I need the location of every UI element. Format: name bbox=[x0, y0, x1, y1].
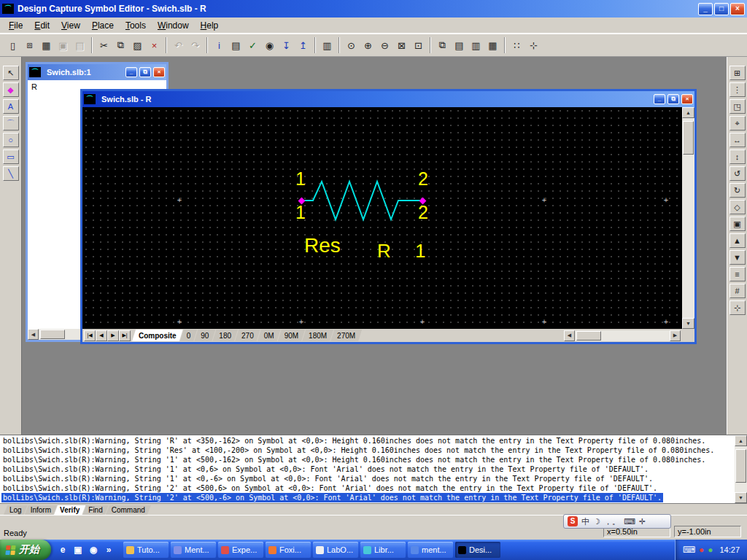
minimize-button[interactable]: _ bbox=[698, 3, 713, 15]
view-tab-0[interactable]: 0 bbox=[180, 330, 198, 341]
settings-wrench-icon[interactable]: ✛ bbox=[639, 518, 646, 526]
tile-horizontal-button[interactable]: ▤ bbox=[451, 37, 468, 54]
start-button[interactable]: 开始 bbox=[0, 540, 51, 560]
stretch-button[interactable]: ↕ bbox=[729, 149, 746, 164]
view-tab-90m[interactable]: 90M bbox=[278, 330, 305, 341]
show-desktop-icon[interactable]: ▣ bbox=[71, 543, 85, 556]
log-tab-find[interactable]: Find bbox=[82, 505, 108, 515]
scroll-thumb[interactable] bbox=[40, 330, 65, 339]
scroll-thumb[interactable] bbox=[683, 121, 694, 155]
rotate-ccw-button[interactable]: ↺ bbox=[729, 166, 746, 181]
cut-button[interactable]: ✂ bbox=[96, 37, 112, 54]
origin-button[interactable]: ⌖ bbox=[729, 116, 746, 131]
log-tab-inform[interactable]: Inform bbox=[25, 505, 57, 515]
menu-window[interactable]: Window bbox=[152, 18, 195, 33]
symbol-canvas[interactable]: ++++++++1212ResR1 bbox=[82, 107, 682, 329]
snap-button[interactable]: ⊹ bbox=[525, 37, 542, 54]
view-tab-180m[interactable]: 180M bbox=[302, 330, 333, 341]
menu-file[interactable]: File bbox=[3, 18, 28, 33]
antivirus-icon[interactable]: ● bbox=[699, 545, 704, 554]
symbol-label[interactable]: 1 bbox=[415, 241, 425, 260]
measure-button[interactable]: # bbox=[729, 284, 746, 298]
last-view-button[interactable]: ▶| bbox=[119, 330, 131, 341]
task-desi[interactable]: Desi... bbox=[455, 542, 500, 558]
print-button[interactable]: ▥ bbox=[319, 37, 336, 54]
task-libr[interactable]: Libr... bbox=[360, 542, 406, 558]
close-button[interactable]: × bbox=[730, 3, 745, 15]
log-line[interactable]: bolLibs\Swich.slb(R):Warning, String '2'… bbox=[1, 493, 663, 502]
save-button[interactable]: ▣ bbox=[55, 37, 71, 54]
internet-explorer-icon[interactable]: e bbox=[56, 543, 69, 556]
restore-button[interactable]: ⧉ bbox=[139, 67, 151, 77]
restore-button[interactable]: ⧉ bbox=[667, 94, 679, 104]
open-folder-button[interactable]: ▦ bbox=[38, 37, 55, 54]
scroll-up-button[interactable]: ▲ bbox=[735, 435, 747, 446]
log-tab-command[interactable]: Command bbox=[106, 505, 151, 515]
new-document-button[interactable]: ▯ bbox=[4, 37, 21, 54]
log-line[interactable]: bolLibs\Swich.slb(R):Warning, String '1'… bbox=[1, 464, 650, 474]
redo-button[interactable]: ↷ bbox=[187, 37, 204, 54]
symbol-window-titlebar[interactable]: ⌒ Swich.slb - R _ ⧉ × bbox=[82, 91, 694, 107]
open-archive-button[interactable]: ⧈ bbox=[21, 37, 38, 54]
menu-edit[interactable]: Edit bbox=[28, 18, 55, 33]
menu-help[interactable]: Help bbox=[195, 18, 225, 33]
scroll-down-button[interactable]: ▼ bbox=[735, 492, 747, 503]
close-button[interactable]: × bbox=[153, 67, 165, 77]
symbol-label[interactable]: 2 bbox=[418, 203, 428, 222]
log-line[interactable]: bolLibs\Swich.slb(R):Warning, String '1'… bbox=[1, 474, 654, 483]
punctuation-icon[interactable]: ，。 bbox=[604, 518, 620, 526]
symbol-label[interactable]: 1 bbox=[295, 203, 306, 222]
task-expe[interactable]: Expe... bbox=[218, 542, 263, 558]
next-view-button[interactable]: ▶ bbox=[107, 330, 119, 341]
info-button[interactable]: i bbox=[211, 37, 228, 54]
zoom-tool-button[interactable]: ⊙ bbox=[343, 37, 360, 54]
log-line[interactable]: bolLibs\Swich.slb(R):Warning, String '2'… bbox=[1, 483, 659, 493]
log-line[interactable]: bolLibs\Swich.slb(R):Warning, String 'R'… bbox=[1, 436, 707, 446]
canvas-hscrollbar[interactable]: ◀ ▶ bbox=[564, 330, 681, 341]
scroll-right-button[interactable]: ▶ bbox=[670, 330, 681, 341]
ime-bar[interactable]: S中☽，。⌨✛ bbox=[563, 514, 671, 529]
print-setup-button[interactable]: ▤ bbox=[71, 37, 88, 54]
delete-button[interactable]: × bbox=[146, 37, 163, 54]
fullwidth-icon[interactable]: ☽ bbox=[593, 518, 600, 526]
pin-tool[interactable]: ◆ bbox=[3, 82, 19, 97]
scroll-track[interactable] bbox=[735, 446, 747, 492]
paste-button[interactable]: ▨ bbox=[129, 37, 146, 54]
symbol-label[interactable]: Res bbox=[304, 236, 341, 256]
line-tool[interactable]: ╲ bbox=[3, 166, 19, 181]
resistor-body[interactable] bbox=[301, 182, 422, 219]
view-tab-180[interactable]: 180 bbox=[212, 330, 238, 341]
task-labo[interactable]: LabO... bbox=[313, 542, 358, 558]
rectangle-tool[interactable]: ▭ bbox=[3, 149, 19, 164]
media-player-icon[interactable]: ◉ bbox=[87, 543, 100, 556]
zoom-out-button[interactable]: ⊖ bbox=[376, 37, 393, 54]
circle-tool[interactable]: ○ bbox=[3, 133, 19, 147]
symbol-label[interactable]: 2 bbox=[418, 170, 428, 188]
log-output[interactable]: bolLibs\Swich.slb(R):Warning, String 'R'… bbox=[0, 435, 735, 503]
more-toolbars-chevron[interactable]: » bbox=[102, 543, 115, 556]
arc-tool[interactable]: ⌒ bbox=[3, 116, 19, 131]
view-tab-90[interactable]: 90 bbox=[194, 330, 215, 341]
task-ment[interactable]: ment... bbox=[408, 542, 453, 558]
symbol-label[interactable]: 1 bbox=[295, 170, 306, 188]
symbol-label[interactable]: R bbox=[377, 241, 391, 260]
cascade-windows-button[interactable]: ⧉ bbox=[434, 37, 451, 54]
prev-view-button[interactable]: ◀ bbox=[96, 330, 107, 341]
previous-error-button[interactable]: ↥ bbox=[295, 37, 311, 54]
menu-place[interactable]: Place bbox=[86, 18, 120, 33]
move-button[interactable]: ↔ bbox=[729, 133, 746, 147]
sogou-logo[interactable]: S bbox=[568, 516, 578, 526]
close-button[interactable]: × bbox=[681, 94, 693, 104]
canvas-vscrollbar[interactable]: ▲ ▼ bbox=[682, 107, 694, 329]
scroll-down-button[interactable]: ▼ bbox=[682, 318, 694, 329]
view-tab-0m[interactable]: 0M bbox=[258, 330, 281, 341]
find-button[interactable]: ◉ bbox=[261, 37, 278, 54]
verify-button[interactable]: ✓ bbox=[244, 37, 261, 54]
task-tuto[interactable]: Tuto... bbox=[123, 542, 169, 558]
select-tool[interactable]: ↖ bbox=[3, 66, 19, 80]
soft-keyboard-icon[interactable]: ⌨ bbox=[624, 518, 635, 526]
menu-view[interactable]: View bbox=[55, 18, 86, 33]
keyboard-icon[interactable]: ⌨ bbox=[683, 545, 695, 554]
fill-button[interactable]: ▣ bbox=[729, 217, 746, 231]
minimize-button[interactable]: _ bbox=[654, 94, 665, 104]
